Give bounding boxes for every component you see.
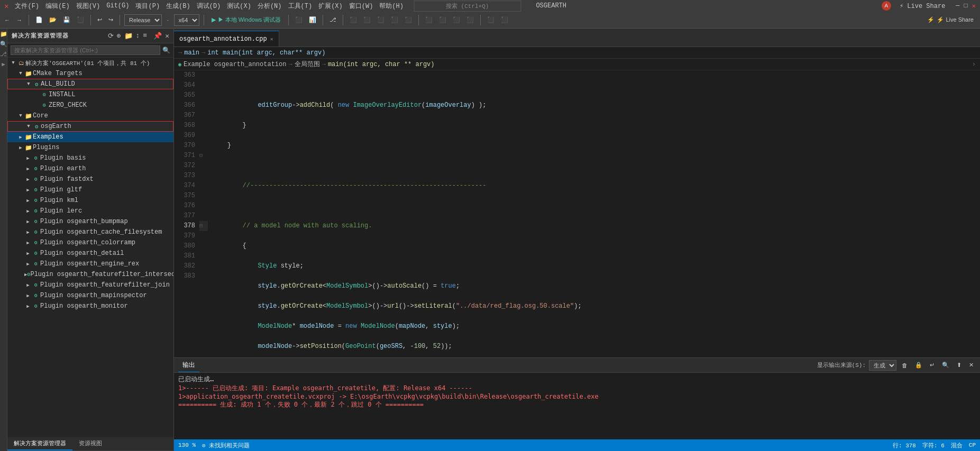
tree-item-plugin-basis[interactable]: ▶ ⚙ Plugin basis [7,153,173,163]
sidebar-close[interactable]: ✕ [165,32,169,40]
menu-debug[interactable]: 调试(D) [197,2,221,11]
tree-item-plugin-gltf[interactable]: ▶ ⚙ Plugin gltf [7,185,173,195]
tree-item-plugin-engine-rex[interactable]: ▶ ⚙ Plugin osgearth_engine_rex [7,259,173,269]
tab-annotation[interactable]: osgearth_annotation.cpp ✕ [174,31,279,47]
menu-window[interactable]: 窗口(W) [349,2,373,11]
output-close-btn[interactable]: ✕ [967,361,976,369]
maximize-btn[interactable]: □ [964,2,968,10]
tree-item-all-build[interactable]: ▼ ⚙ ALL_BUILD [7,79,173,89]
toolbar-icon-10[interactable]: ⬛ [485,15,497,24]
save-all-btn[interactable]: ⬛ [75,15,86,24]
toolbar-icon-5[interactable]: ⬛ [402,15,414,24]
search-input[interactable] [11,45,160,55]
menu-extensions[interactable]: 扩展(X) [318,2,343,11]
live-share-toolbar-btn[interactable]: ⚡ ⚡ Live Share [923,15,978,24]
menu-help[interactable]: 帮助(H) [379,2,404,11]
output-word-wrap-btn[interactable]: ↵ [928,361,937,369]
menu-analyze[interactable]: 分析(N) [258,2,282,11]
menu-git[interactable]: Git(G) [106,2,129,10]
save-btn[interactable]: 💾 [61,15,72,24]
toolbar-icon-2[interactable]: ⬛ [361,15,373,24]
git-btn[interactable]: ⎇ [327,15,338,24]
sidebar-icon-2[interactable]: ⊕ [117,32,121,40]
run-debugger-btn[interactable]: ▶ ▶ 本地 Windows 调试器 [208,15,285,25]
config-dropdown[interactable]: Release [124,14,162,26]
toolbar-icon-3[interactable]: ⬛ [375,15,387,24]
sidebar-icon-1[interactable]: ⟳ [108,32,114,40]
tree-item-zero-check[interactable]: ⚙ ZERO_CHECK [7,100,173,111]
tree-item-solution[interactable]: ▼ 🗂 解决方案'OSGEARTH'(81 个项目，共 81 个) [7,58,173,68]
live-share-btn[interactable]: ⚡ Live Share [900,2,945,10]
toolbar-icon-7[interactable]: ⬛ [437,15,448,24]
open-btn[interactable]: 📂 [47,15,59,24]
tree-item-plugin-bumpmap[interactable]: ▶ ⚙ Plugin osgearth_bumpmap [7,216,173,227]
sidebar-tab-resource[interactable]: 资源视图 [72,437,108,450]
tree-item-plugin-monitor[interactable]: ▶ ⚙ Plugin osgearth_monitor [7,301,173,311]
toolbar-icon-11[interactable]: ⬛ [499,15,510,24]
activity-run[interactable]: ▶ [2,61,5,68]
tree-item-plugin-cache[interactable]: ▶ ⚙ Plugin osgearth_cache_filesystem [7,227,173,237]
platform-dropdown[interactable]: x64 [174,14,199,26]
search-icon[interactable]: 🔍 [162,47,170,54]
status-line[interactable]: 行: 378 [893,441,916,449]
back-btn[interactable]: ← [2,16,12,24]
bc2-part3[interactable]: main(int argc, char ** argv) [328,61,435,68]
menu-tools[interactable]: 工具(T) [288,2,313,11]
tree-item-plugins[interactable]: ▶ 📁 Plugins [7,142,173,153]
bc2-part2[interactable]: 全局范围 [295,60,320,69]
undo-btn[interactable]: ↩ [95,15,104,24]
toolbar-icon-9[interactable]: ⬛ [464,15,476,24]
attach-btn[interactable]: ⬛ [293,15,305,24]
panel-tab-output[interactable]: 输出 [178,358,199,372]
sidebar-icon-5[interactable]: ≡ [143,32,147,40]
code-editor[interactable]: 363 364 365 366 367 368 369 370 371 372 … [174,70,980,357]
menu-test[interactable]: 测试(X) [227,2,251,11]
menu-edit[interactable]: 编辑(E) [45,2,70,11]
activity-explorer[interactable]: 📁 [0,31,7,38]
output-filter-btn[interactable]: 🔍 [940,361,951,369]
new-file-btn[interactable]: 📄 [33,15,45,24]
status-col[interactable]: 字符: 6 [922,441,945,449]
output-scroll-lock-btn[interactable]: 🔒 [913,361,924,369]
toolbar-icon-8[interactable]: ⬛ [451,15,462,24]
menu-project[interactable]: 项目(P) [135,2,160,11]
minimize-btn[interactable]: — [956,2,959,10]
bc-part2[interactable]: int main(int argc, char** argv) [207,49,325,57]
toolbar-icon-1[interactable]: ⬛ [347,15,359,24]
menu-view[interactable]: 视图(V) [76,2,100,11]
bc-part1[interactable]: main [184,49,199,57]
tree-item-plugin-fastdxt[interactable]: ▶ ⚙ Plugin fastdxt [7,174,173,185]
status-line-ending[interactable]: CP [969,442,976,448]
close-btn[interactable]: ✕ [972,2,976,10]
code-content[interactable]: editGroup->addChild( new ImageOverlayEdi… [208,70,980,357]
toolbar-icon-6[interactable]: ⬛ [423,15,435,24]
tree-item-plugin-mapinspector[interactable]: ▶ ⚙ Plugin osgearth_mapinspector [7,290,173,301]
sidebar-tab-solution[interactable]: 解决方案资源管理器 [7,437,72,450]
tree-item-plugin-detail[interactable]: ▶ ⚙ Plugin osgearth_detail [7,248,173,259]
activity-search[interactable]: 🔍 [0,41,7,48]
perf-btn[interactable]: 📊 [307,15,318,24]
redo-btn[interactable]: ↪ [106,15,115,24]
tree-item-plugin-ff-intersect[interactable]: ▶ ⚙ Plugin osgearth_featurefilter_inters… [7,269,173,280]
menu-build[interactable]: 生成(B) [166,2,190,11]
forward-btn[interactable]: → [14,16,24,24]
tree-item-plugin-kml[interactable]: ▶ ⚙ Plugin kml [7,195,173,206]
activity-git[interactable]: ⎇ [0,51,7,58]
tree-item-plugin-lerc[interactable]: ▶ ⚙ Plugin lerc [7,206,173,216]
sidebar-icon-3[interactable]: 📁 [124,32,133,40]
status-encoding[interactable]: 混合 [951,441,963,449]
tree-item-plugin-ff-join[interactable]: ▶ ⚙ Plugin osgearth_featurefilter_join [7,280,173,290]
tree-item-plugin-earth[interactable]: ▶ ⚙ Plugin earth [7,163,173,174]
sidebar-icon-4[interactable]: ↕ [136,32,140,40]
output-source-select[interactable]: 生成 [869,360,896,371]
sidebar-pin[interactable]: 📌 [153,32,162,40]
tab-close-btn[interactable]: ✕ [270,36,273,42]
bc2-expand[interactable]: › [972,61,976,68]
tree-item-cmake[interactable]: ▼ 📁 CMake Targets [7,68,173,79]
status-zoom[interactable]: 130 % [178,442,196,448]
bc2-part1[interactable]: Example osgearth_annotation [184,61,286,68]
tree-item-examples[interactable]: ▶ 📁 Examples [7,132,173,142]
menu-file[interactable]: 文件(F) [15,2,39,11]
tree-item-osgearth[interactable]: ▼ ⚙ osgEarth [7,121,173,132]
toolbar-icon-4[interactable]: ⬛ [389,15,400,24]
